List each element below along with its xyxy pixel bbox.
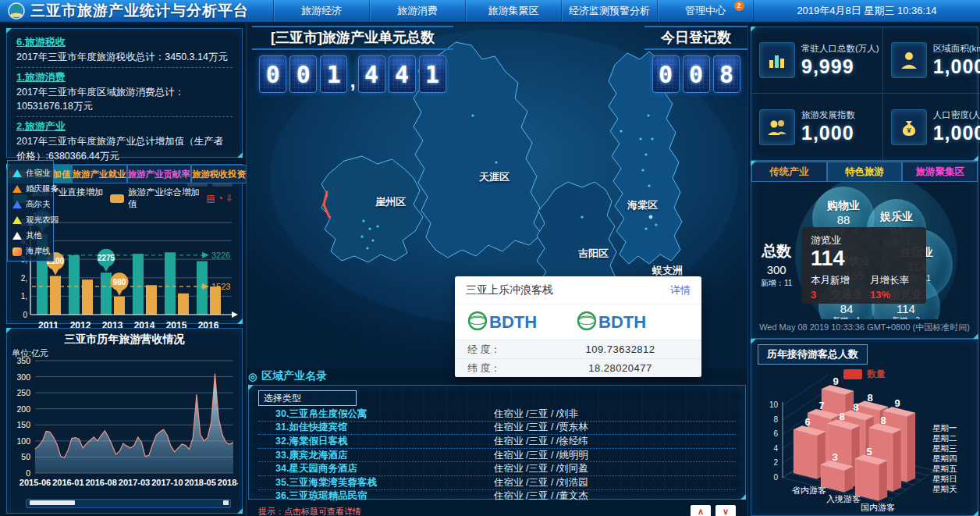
stat-density: ¥ 人口密度(人/km²) 1,000	[883, 94, 980, 160]
list-up-button[interactable]	[691, 505, 711, 516]
summary-item: 1.旅游消费 2017年三亚市年度区域旅游消费总计：10531676.18万元	[16, 68, 233, 117]
svg-text:2018-05: 2018-05	[184, 478, 215, 487]
business-meta: 住宿业 /三亚 / /刘非	[494, 407, 736, 421]
revenue-area-chart: 050100150200250300350单位:亿元2015-062016-01…	[7, 347, 238, 496]
legend-swatch	[12, 169, 22, 177]
business-name-link[interactable]: 33.康宾龙海酒店	[258, 449, 494, 462]
summary-item-text: 2017年三亚市年度旅游税收总计：3450.3.14万元	[16, 50, 233, 64]
svg-text:BDTH: BDTH	[489, 312, 537, 332]
directory-rows: 30.三亚帛生度假公寓住宿业 /三亚 / /刘非31.如佳快捷宾馆住宿业 /三亚…	[258, 407, 736, 503]
popup-longitude-row: 经 度： 109.73632812	[455, 340, 701, 358]
svg-text:0: 0	[26, 468, 30, 478]
notification-badge: 2	[734, 1, 744, 11]
directory-row[interactable]: 34.星天园商务酒店住宿业 /三亚 / /刘同盈	[258, 462, 736, 476]
map-legend-item[interactable]: 高尔夫	[8, 197, 53, 212]
directory-row[interactable]: 36.三亚琼琚精品民宿住宿业 /三亚 / /董文杰	[258, 490, 736, 504]
legend-label: 住宿业	[26, 168, 51, 179]
popup-latitude-row: 纬 度： 18.28020477	[455, 358, 701, 377]
business-name-link[interactable]: 30.三亚帛生度假公寓	[258, 407, 494, 421]
business-meta: 住宿业 /三亚 / /姚明明	[494, 449, 736, 462]
summary-item: 6.旅游税收 2017年三亚市年度旅游税收总计：3450.3.14万元	[16, 33, 233, 68]
svg-text:BDTH: BDTH	[598, 312, 646, 332]
svg-text:2016-01: 2016-01	[52, 478, 83, 487]
people-icon	[759, 109, 795, 145]
business-name-link[interactable]: 36.三亚琼琚精品民宿	[258, 489, 494, 503]
summary-item-title[interactable]: 1.旅游消费	[16, 70, 233, 84]
svg-text:10: 10	[769, 400, 779, 409]
tab-tax-investment[interactable]: 旅游税收投资	[191, 165, 247, 183]
map-popup-card: 三亚上乐冲浪客栈 详情 BDTH BDTH 经 度： 109.73632812 …	[455, 276, 701, 377]
visitors-chart-title: 历年接待游客总人数	[758, 344, 868, 365]
svg-text:星期三: 星期三	[932, 443, 957, 453]
scrollbar-thumb[interactable]	[30, 500, 75, 505]
svg-text:6: 6	[773, 429, 778, 438]
column-divider	[747, 22, 748, 516]
money-bag-icon: ¥	[891, 109, 927, 145]
popup-detail-link[interactable]: 详情	[670, 283, 691, 297]
svg-text:4: 4	[773, 444, 778, 453]
visitors-3d-bar-chart: 02468109897886853省内游客入境游客国内游客星期一星期二星期三星期…	[751, 375, 978, 514]
map-legend-item[interactable]: 观光农园	[8, 212, 53, 228]
svg-text:300: 300	[16, 372, 30, 382]
svg-text:50: 50	[21, 452, 30, 461]
summary-item-title[interactable]: 2.旅游产业	[16, 119, 233, 133]
directory-row[interactable]: 30.三亚帛生度假公寓住宿业 /三亚 / /刘非	[258, 407, 736, 422]
svg-text:100: 100	[16, 436, 30, 446]
business-name-link[interactable]: 34.星天园商务酒店	[258, 462, 494, 475]
longitude-value: 109.73632812	[539, 343, 701, 355]
nav-tab-monitor[interactable]: 经济监测预警分析	[561, 0, 657, 22]
business-name-link[interactable]: 35.三亚海棠湾芙蓉客栈	[258, 476, 494, 489]
directory-row[interactable]: 33.康宾龙海酒店住宿业 /三亚 / /姚明明	[258, 449, 736, 463]
tab-traditional-industry[interactable]: 传统产业	[751, 162, 827, 182]
summary-item-title[interactable]: 6.旅游税收	[16, 35, 233, 49]
tab-tourism-cluster[interactable]: 旅游聚集区	[902, 162, 978, 182]
directory-row[interactable]: 31.如佳快捷宾馆住宿业 /三亚 / /贾东林	[258, 422, 736, 436]
svg-text:星期四: 星期四	[932, 454, 957, 463]
business-name-link[interactable]: 32.海棠假日客栈	[258, 435, 494, 448]
chart-toolbox-icons[interactable]: ▤◔⇩	[206, 193, 236, 204]
type-filter-select[interactable]: 选择类型	[258, 390, 357, 406]
summary-item-text: 2017年三亚市年度旅游产业总计增加值（生产者价格）:6380366.44万元	[16, 134, 233, 162]
legend-swatch	[12, 232, 22, 240]
nav-tab-economy[interactable]: 旅游经济	[273, 0, 369, 22]
svg-text:7: 7	[818, 400, 824, 411]
legend-swatch	[12, 247, 22, 256]
industry-bubble-panel: 传统产业 特色旅游 旅游聚集区 购物业88新增：4娱乐业94新增：3餐饮业155…	[751, 161, 978, 339]
tab-contribution[interactable]: 旅游产业贡献率	[127, 165, 192, 183]
counter-title: [三亚市]旅游产业单元总数	[252, 27, 453, 50]
svg-text:8: 8	[839, 411, 844, 422]
counter-digit: 4	[358, 55, 385, 93]
svg-text:2018-12: 2018-12	[218, 478, 238, 487]
svg-text:星期五: 星期五	[932, 464, 957, 473]
top-header: 三亚市旅游产业统计与分析平台 旅游经济 旅游消费 旅游集聚区 经济监测预警分析 …	[0, 0, 980, 23]
chart-scrollbar[interactable]	[26, 499, 231, 508]
bdth-logo: BDTH	[466, 308, 558, 334]
list-down-button[interactable]	[715, 505, 736, 516]
map-legend-item[interactable]: 其他	[8, 228, 53, 244]
directory-pager	[691, 505, 736, 516]
map-legend-item[interactable]: 婚庆服务	[8, 181, 53, 197]
nav-tab-consumption[interactable]: 旅游消费	[369, 0, 465, 22]
stat-area: 区域面积(km²) 1,000	[883, 27, 980, 94]
business-name-link[interactable]: 31.如佳快捷宾馆	[258, 421, 494, 434]
directory-row[interactable]: 35.三亚海棠湾芙蓉客栈住宿业 /三亚 / /刘浩园	[258, 476, 736, 490]
nav-tab-admin[interactable]: 管理中心 2	[657, 0, 753, 22]
platform-logo-icon	[8, 2, 25, 20]
nav-tab-cluster[interactable]: 旅游集聚区	[465, 0, 561, 22]
counter-industry-units: [三亚市]旅游产业单元总数 001,441	[252, 26, 453, 93]
svg-text:2: 2	[773, 458, 778, 467]
map-legend-item[interactable]: 住宿业	[8, 165, 53, 181]
directory-row[interactable]: 32.海棠假日客栈住宿业 /三亚 / /徐经纬	[258, 435, 736, 449]
svg-text:8: 8	[853, 401, 858, 413]
map-legend-item[interactable]: 海岸线	[8, 244, 53, 259]
tab-employment[interactable]: 旅游产业就业	[72, 165, 127, 183]
svg-text:3226: 3226	[211, 251, 230, 260]
composite-value-label[interactable]: 旅游产业综合增加值	[128, 187, 202, 210]
tab-special-tourism[interactable]: 特色旅游	[827, 162, 903, 182]
svg-text:星期一: 星期一	[932, 423, 957, 432]
composite-value-swatch[interactable]	[110, 194, 124, 203]
svg-text:2,: 2,	[21, 274, 27, 283]
popup-title: 三亚上乐冲浪客栈	[466, 283, 553, 297]
bubble-chart: 购物业88新增：4娱乐业94新增：3餐饮业155住宿业114新增：1交通业84新…	[751, 182, 978, 319]
svg-text:2015-06: 2015-06	[20, 478, 51, 487]
